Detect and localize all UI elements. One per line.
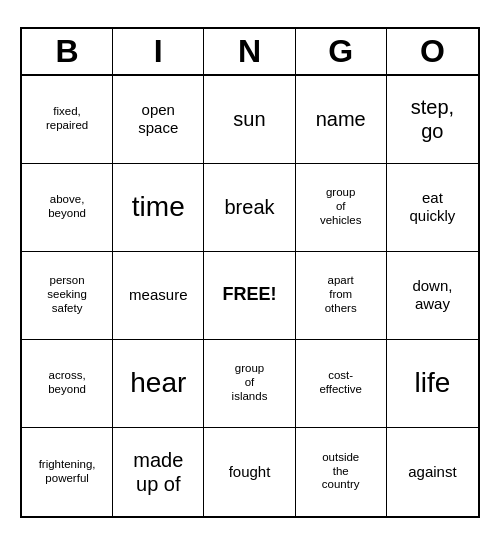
- bingo-cell-18[interactable]: cost- effective: [296, 340, 387, 428]
- bingo-grid: fixed, repairedopen spacesunnamestep, go…: [22, 76, 478, 516]
- bingo-cell-12[interactable]: FREE!: [204, 252, 295, 340]
- bingo-cell-17[interactable]: group of islands: [204, 340, 295, 428]
- bingo-cell-9[interactable]: eat quickly: [387, 164, 478, 252]
- bingo-cell-2[interactable]: sun: [204, 76, 295, 164]
- bingo-cell-11[interactable]: measure: [113, 252, 204, 340]
- bingo-board: BINGO fixed, repairedopen spacesunnamest…: [20, 27, 480, 518]
- bingo-cell-5[interactable]: above, beyond: [22, 164, 113, 252]
- bingo-cell-21[interactable]: made up of: [113, 428, 204, 516]
- bingo-cell-8[interactable]: group of vehicles: [296, 164, 387, 252]
- bingo-cell-23[interactable]: outside the country: [296, 428, 387, 516]
- bingo-cell-0[interactable]: fixed, repaired: [22, 76, 113, 164]
- bingo-cell-6[interactable]: time: [113, 164, 204, 252]
- bingo-cell-3[interactable]: name: [296, 76, 387, 164]
- bingo-cell-24[interactable]: against: [387, 428, 478, 516]
- bingo-cell-20[interactable]: frightening, powerful: [22, 428, 113, 516]
- bingo-cell-10[interactable]: person seeking safety: [22, 252, 113, 340]
- header-letter-g: G: [296, 29, 387, 74]
- bingo-header: BINGO: [22, 29, 478, 76]
- bingo-cell-14[interactable]: down, away: [387, 252, 478, 340]
- header-letter-o: O: [387, 29, 478, 74]
- header-letter-i: I: [113, 29, 204, 74]
- header-letter-n: N: [204, 29, 295, 74]
- bingo-cell-7[interactable]: break: [204, 164, 295, 252]
- bingo-cell-1[interactable]: open space: [113, 76, 204, 164]
- header-letter-b: B: [22, 29, 113, 74]
- bingo-cell-15[interactable]: across, beyond: [22, 340, 113, 428]
- bingo-cell-13[interactable]: apart from others: [296, 252, 387, 340]
- bingo-cell-19[interactable]: life: [387, 340, 478, 428]
- bingo-cell-16[interactable]: hear: [113, 340, 204, 428]
- bingo-cell-22[interactable]: fought: [204, 428, 295, 516]
- bingo-cell-4[interactable]: step, go: [387, 76, 478, 164]
